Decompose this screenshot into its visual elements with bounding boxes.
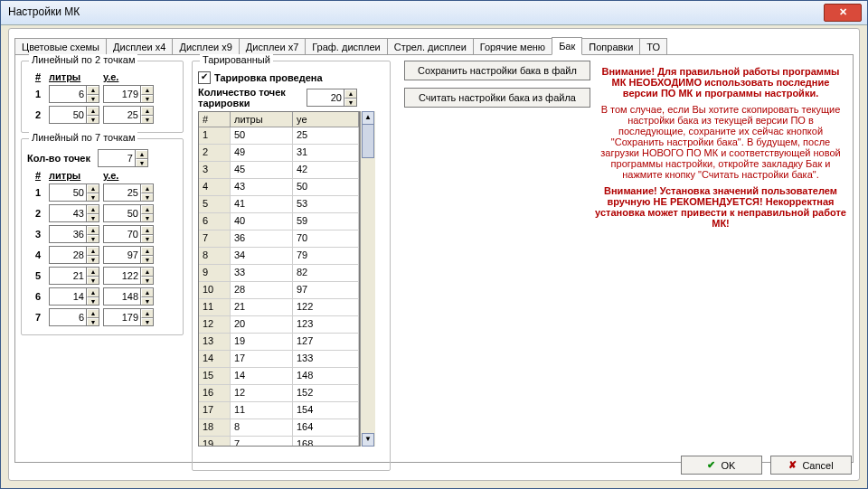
- spin-up-icon[interactable]: ▲: [141, 205, 153, 214]
- scroll-thumb[interactable]: [362, 124, 374, 158]
- spin-up-icon[interactable]: ▲: [141, 184, 153, 193]
- taring-row[interactable]: 102897: [199, 282, 359, 299]
- tab-0[interactable]: Цветовые схемы: [14, 38, 107, 55]
- spin-down-icon[interactable]: ▼: [141, 193, 153, 202]
- spinner[interactable]: ▲▼: [49, 287, 99, 306]
- ok-button[interactable]: ✔ OK: [681, 456, 762, 475]
- spin-down-icon[interactable]: ▼: [87, 256, 99, 264]
- taring-row[interactable]: 1514148: [199, 368, 359, 385]
- tab-3[interactable]: Дисплеи x7: [239, 38, 306, 55]
- taring-col-ue: уе: [293, 112, 359, 127]
- taring-row[interactable]: 188164: [199, 419, 359, 437]
- spinner[interactable]: ▲▼: [103, 287, 154, 306]
- spin-down-icon[interactable]: ▼: [87, 95, 99, 103]
- taring-scrollbar[interactable]: ▲ ▼: [360, 111, 375, 447]
- spin-down-icon[interactable]: ▼: [141, 297, 153, 306]
- spin-down-icon[interactable]: ▼: [141, 277, 153, 285]
- spin-down-icon[interactable]: ▼: [141, 95, 153, 103]
- spin-down-icon[interactable]: ▼: [87, 116, 99, 124]
- spinner[interactable]: ▲▼: [103, 267, 154, 285]
- spin-up-icon[interactable]: ▲: [141, 226, 153, 235]
- spin-up-icon[interactable]: ▲: [344, 89, 356, 99]
- spinner[interactable]: ▲▼: [49, 225, 99, 243]
- spin-up-icon[interactable]: ▲: [87, 205, 99, 214]
- spin-up-icon[interactable]: ▲: [141, 288, 153, 297]
- spin-down-icon[interactable]: ▼: [87, 193, 99, 202]
- spinner[interactable]: ▲▼: [103, 85, 154, 103]
- spin-up-icon[interactable]: ▲: [87, 268, 99, 277]
- tab-6[interactable]: Горячие меню: [473, 38, 552, 55]
- taring-row[interactable]: 1319127: [199, 334, 359, 351]
- scroll-down-icon[interactable]: ▼: [362, 433, 374, 447]
- spin-down-icon[interactable]: ▼: [87, 235, 99, 243]
- taring-row[interactable]: 54153: [199, 196, 359, 213]
- taring-row[interactable]: 1711154: [199, 402, 359, 419]
- spinner[interactable]: ▲▼: [103, 106, 154, 124]
- save-tank-button[interactable]: Сохранить настройки бака в файл: [404, 61, 590, 80]
- spin-up-icon[interactable]: ▲: [141, 86, 153, 95]
- spin-up-icon[interactable]: ▲: [87, 309, 99, 318]
- spin-up-icon[interactable]: ▲: [87, 86, 99, 95]
- spinner[interactable]: ▲▼: [49, 106, 99, 124]
- taring-row[interactable]: 1612152: [199, 385, 359, 402]
- spinner[interactable]: ▲▼: [49, 308, 99, 326]
- spin-up-icon[interactable]: ▲: [141, 107, 153, 116]
- taring-row[interactable]: 24931: [199, 145, 359, 162]
- spin-up-icon[interactable]: ▲: [141, 309, 153, 318]
- taring-row[interactable]: 197168: [199, 437, 359, 446]
- spin-down-icon[interactable]: ▼: [141, 214, 153, 222]
- spinner[interactable]: ▲▼: [103, 308, 154, 326]
- taring-row[interactable]: 1220123: [199, 316, 359, 334]
- spinner[interactable]: ▲▼: [49, 246, 99, 264]
- tab-4[interactable]: Граф. дисплеи: [305, 38, 387, 55]
- spin-up-icon[interactable]: ▲: [87, 288, 99, 297]
- tab-8[interactable]: Поправки: [581, 38, 640, 55]
- taring-count-spinner[interactable]: ▲▼: [307, 89, 357, 107]
- cancel-button[interactable]: ✘ Cancel: [770, 456, 852, 475]
- spin-up-icon[interactable]: ▲: [87, 184, 99, 193]
- spin-up-icon[interactable]: ▲: [87, 226, 99, 235]
- spinner[interactable]: ▲▼: [103, 246, 154, 264]
- spinner[interactable]: ▲▼: [49, 204, 99, 222]
- taring-row[interactable]: 1417133: [199, 351, 359, 368]
- spinner[interactable]: ▲▼: [49, 183, 99, 202]
- spin-down-icon[interactable]: ▼: [87, 318, 99, 326]
- spin-down-icon[interactable]: ▼: [141, 116, 153, 124]
- spin-down-icon[interactable]: ▼: [344, 99, 356, 107]
- spin-up-icon[interactable]: ▲: [136, 150, 147, 159]
- taring-row[interactable]: 44350: [199, 179, 359, 196]
- scroll-up-icon[interactable]: ▲: [362, 111, 374, 125]
- spinner[interactable]: ▲▼: [103, 204, 154, 222]
- taring-row[interactable]: 15025: [199, 127, 359, 145]
- tab-5[interactable]: Стрел. дисплеи: [387, 38, 474, 55]
- taring-row[interactable]: 64059: [199, 213, 359, 230]
- spin-down-icon[interactable]: ▼: [87, 277, 99, 285]
- taring-row[interactable]: 73670: [199, 230, 359, 248]
- spin-up-icon[interactable]: ▲: [141, 268, 153, 277]
- spin-down-icon[interactable]: ▼: [141, 235, 153, 243]
- spinner[interactable]: ▲▼: [103, 183, 154, 202]
- spin-down-icon[interactable]: ▼: [136, 159, 147, 167]
- tab-7[interactable]: Бак: [552, 37, 582, 55]
- window-close-button[interactable]: ✕: [824, 4, 862, 22]
- spinner[interactable]: ▲▼: [103, 225, 154, 243]
- spin-down-icon[interactable]: ▼: [87, 214, 99, 222]
- spin-up-icon[interactable]: ▲: [87, 107, 99, 116]
- taring-row[interactable]: 83479: [199, 248, 359, 265]
- taring-row[interactable]: 1121122: [199, 299, 359, 316]
- count-spinner[interactable]: ▲▼: [98, 149, 148, 167]
- spin-down-icon[interactable]: ▼: [141, 256, 153, 264]
- tab-2[interactable]: Дисплеи x9: [172, 38, 239, 55]
- tab-1[interactable]: Дисплеи x4: [106, 38, 173, 55]
- spin-down-icon[interactable]: ▼: [87, 297, 99, 306]
- spin-up-icon[interactable]: ▲: [141, 247, 153, 256]
- spin-up-icon[interactable]: ▲: [87, 247, 99, 256]
- load-tank-button[interactable]: Считать настройки бака из файла: [404, 88, 590, 108]
- spinner[interactable]: ▲▼: [49, 85, 99, 103]
- taring-row[interactable]: 93382: [199, 265, 359, 282]
- tab-9[interactable]: ТО: [639, 38, 667, 55]
- taring-row[interactable]: 34542: [199, 162, 359, 179]
- spinner[interactable]: ▲▼: [49, 267, 99, 285]
- taring-checkbox[interactable]: ✔: [198, 71, 211, 84]
- spin-down-icon[interactable]: ▼: [141, 318, 153, 326]
